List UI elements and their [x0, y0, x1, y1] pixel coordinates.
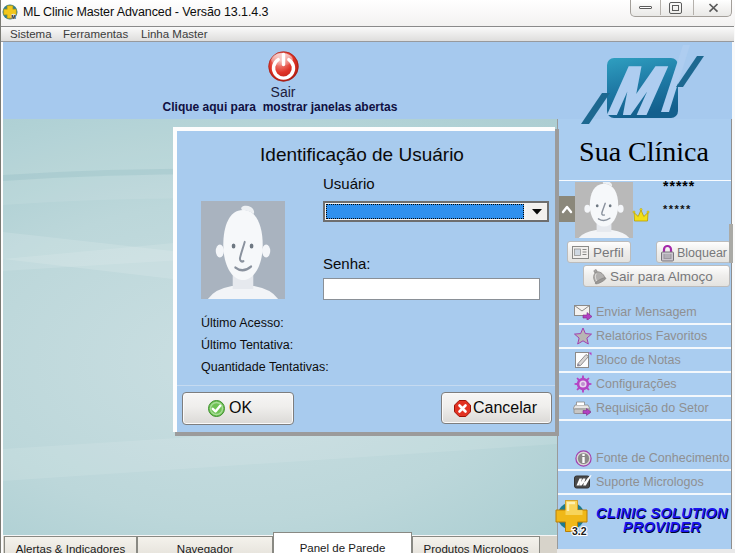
svg-text:M: M: [11, 14, 16, 20]
svg-text:3.2: 3.2: [572, 525, 587, 537]
